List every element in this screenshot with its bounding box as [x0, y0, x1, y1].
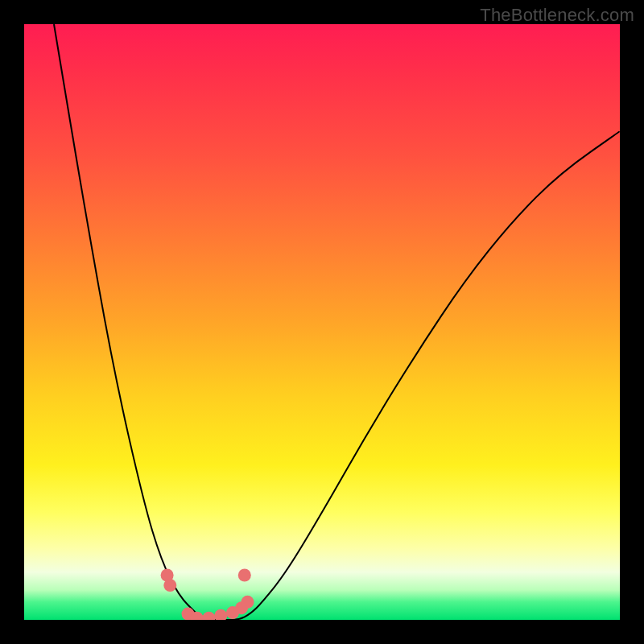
data-marker — [202, 612, 215, 620]
data-marker — [238, 569, 251, 582]
plot-area — [24, 24, 620, 620]
data-marker — [163, 579, 176, 592]
watermark-label: TheBottleneck.com — [480, 5, 634, 26]
data-marker — [214, 609, 227, 620]
marker-group — [161, 569, 254, 621]
curve-svg — [24, 24, 620, 620]
curve-line — [54, 24, 620, 620]
data-marker — [242, 596, 254, 609]
chart-frame: TheBottleneck.com — [0, 0, 644, 644]
